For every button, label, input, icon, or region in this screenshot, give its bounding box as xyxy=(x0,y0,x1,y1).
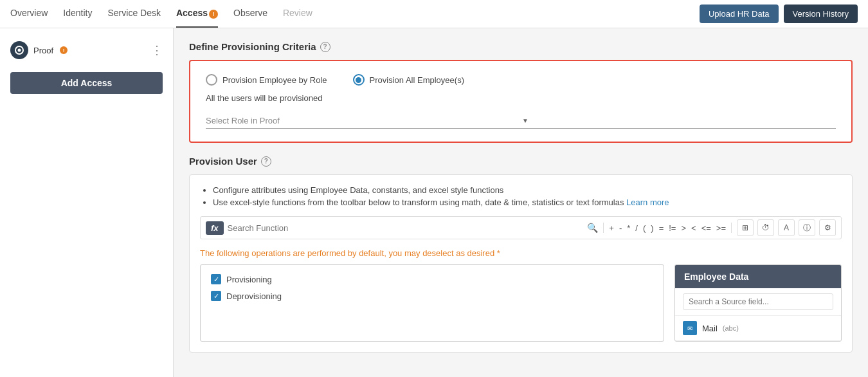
checkbox-deprovisioning[interactable]: ✓ xyxy=(211,291,221,301)
radio-inner-all xyxy=(356,77,361,83)
search-function-input[interactable] xyxy=(228,223,584,233)
radio-label-role: Provision Employee by Role xyxy=(222,75,327,85)
fn-ops: + - * / ( ) = != > < <= >= xyxy=(609,223,726,233)
nav-item-access[interactable]: Access! xyxy=(176,0,218,27)
chevron-down-icon: ▼ xyxy=(522,117,836,124)
employee-data-panel: Employee Data ✉ Mail (abc) xyxy=(674,264,842,342)
fn-op-lt[interactable]: < xyxy=(691,223,696,233)
provision-box: Provision Employee by Role Provision All… xyxy=(189,60,853,143)
fn-op-multiply[interactable]: * xyxy=(627,223,630,233)
nav-item-identity[interactable]: Identity xyxy=(63,0,92,27)
fn-separator-2 xyxy=(731,223,732,233)
fn-op-close-paren[interactable]: ) xyxy=(651,223,653,233)
fn-icon-transform[interactable]: ⚙ xyxy=(819,219,836,236)
emp-item-mail-label: Mail xyxy=(702,324,718,333)
fn-op-minus[interactable]: - xyxy=(619,223,622,233)
version-history-button[interactable]: Version History xyxy=(784,5,858,23)
checkmark-deprovisioning: ✓ xyxy=(213,292,219,300)
sidebar-header: Proof! ⋮ xyxy=(0,36,173,67)
fn-icon-grid[interactable]: ⊞ xyxy=(737,219,754,236)
define-provisioning-title: Define Provisioning Criteria ? xyxy=(189,41,853,52)
fn-icon-text[interactable]: A xyxy=(778,219,795,236)
employee-data-search-input[interactable] xyxy=(683,293,833,310)
fn-op-equals[interactable]: = xyxy=(659,223,664,233)
nav-items: Overview Identity Service Desk Access! O… xyxy=(10,0,312,27)
radio-provision-by-role[interactable]: Provision Employee by Role xyxy=(206,74,327,86)
provision-note: All the users will be provisioned xyxy=(206,93,836,103)
employee-data-header: Employee Data xyxy=(675,265,841,288)
upload-hr-data-button[interactable]: Upload HR Data xyxy=(700,5,779,23)
learn-more-link[interactable]: Learn more xyxy=(626,198,669,207)
bullet-item-1: Configure attributes using Employee Data… xyxy=(213,185,842,195)
radio-label-all: Provision All Employee(s) xyxy=(370,75,464,85)
sidebar-logo-text: Proof xyxy=(33,46,53,55)
radio-outer-role xyxy=(206,74,217,86)
function-bar: fx 🔍 + - * / ( ) = != > < <= >= xyxy=(200,216,842,239)
fn-icon-info[interactable]: ⓘ xyxy=(799,219,815,236)
checkmark-provisioning: ✓ xyxy=(213,275,219,284)
nav-item-observe[interactable]: Observe xyxy=(233,0,267,27)
nav-item-review: Review xyxy=(283,0,312,27)
access-badge: ! xyxy=(209,10,218,19)
top-nav: Overview Identity Service Desk Access! O… xyxy=(0,0,868,28)
fn-op-gt[interactable]: > xyxy=(681,223,686,233)
radio-provision-all[interactable]: Provision All Employee(s) xyxy=(353,74,464,86)
fn-op-gte[interactable]: >= xyxy=(716,223,726,233)
provision-user-section: Configure attributes using Employee Data… xyxy=(189,174,853,353)
fn-op-open-paren[interactable]: ( xyxy=(643,223,646,233)
label-deprovisioning: Deprovisioning xyxy=(226,291,282,301)
define-provisioning-help-icon[interactable]: ? xyxy=(320,42,330,52)
nav-item-overview[interactable]: Overview xyxy=(10,0,48,27)
checkbox-row-provisioning: ✓ Provisioning xyxy=(211,274,653,284)
sidebar: Proof! ⋮ Add Access xyxy=(0,28,174,377)
bullet-item-2: Use excel-style functions from the toolb… xyxy=(213,198,842,207)
ops-layout: ✓ Provisioning ✓ Deprovisioning Employee… xyxy=(200,264,842,342)
sidebar-menu-icon[interactable]: ⋮ xyxy=(151,43,163,57)
nav-item-service-desk[interactable]: Service Desk xyxy=(108,0,161,27)
ops-note: The following operations are performed b… xyxy=(200,248,842,258)
radio-row: Provision Employee by Role Provision All… xyxy=(206,74,836,86)
label-provisioning: Provisioning xyxy=(226,275,272,284)
checkbox-provisioning[interactable]: ✓ xyxy=(211,274,221,284)
fx-badge: fx xyxy=(206,221,224,235)
select-role-placeholder: Select Role in Proof xyxy=(206,116,520,125)
search-function-icon[interactable]: 🔍 xyxy=(587,223,598,233)
radio-outer-all xyxy=(353,74,365,86)
main-content: Define Provisioning Criteria ? Provision… xyxy=(174,28,868,377)
emp-item-mail-type: (abc) xyxy=(723,324,739,332)
logo-icon xyxy=(10,41,28,59)
nav-right: Upload HR Data Version History xyxy=(700,5,858,23)
fn-icon-clock[interactable]: ⏱ xyxy=(757,219,774,236)
employee-data-search xyxy=(675,288,841,316)
add-access-button[interactable]: Add Access xyxy=(10,72,163,94)
checkbox-row-deprovisioning: ✓ Deprovisioning xyxy=(211,291,653,301)
fn-op-divide[interactable]: / xyxy=(635,223,638,233)
fn-op-lte[interactable]: <= xyxy=(701,223,711,233)
sidebar-logo: Proof! xyxy=(10,41,68,59)
svg-point-1 xyxy=(18,49,21,52)
select-role-dropdown[interactable]: Select Role in Proof ▼ xyxy=(206,113,836,129)
layout: Proof! ⋮ Add Access Define Provisioning … xyxy=(0,28,868,377)
provision-user-help-icon[interactable]: ? xyxy=(261,156,271,167)
emp-item-mail[interactable]: ✉ Mail (abc) xyxy=(675,316,841,341)
bullet-list: Configure attributes using Employee Data… xyxy=(200,185,842,207)
ops-checkboxes: ✓ Provisioning ✓ Deprovisioning xyxy=(200,264,664,342)
provision-user-title: Provision User ? xyxy=(189,156,853,167)
fn-separator-1 xyxy=(603,223,604,233)
emp-item-mail-icon: ✉ xyxy=(683,321,697,335)
fn-op-plus[interactable]: + xyxy=(609,223,614,233)
sidebar-logo-badge: ! xyxy=(60,46,68,54)
fn-op-not-equals[interactable]: != xyxy=(669,223,676,233)
